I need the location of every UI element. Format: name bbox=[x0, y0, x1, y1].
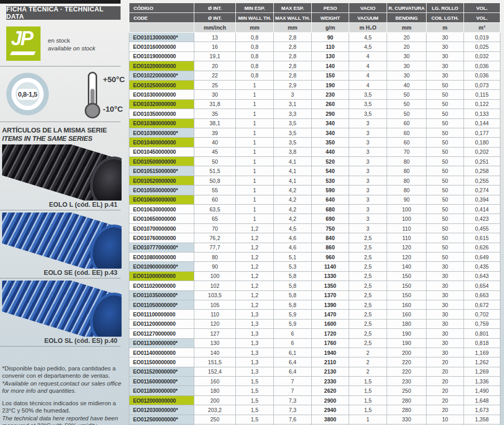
footnote-available-es: *Disponible bajo pedido, para cantidades… bbox=[2, 365, 128, 379]
value-cell: 3 bbox=[349, 214, 387, 223]
value-cell: 151,5 bbox=[194, 357, 236, 367]
value-cell: 1,5 bbox=[236, 415, 274, 424]
value-cell: 60 bbox=[387, 138, 427, 147]
value-cell: 4 bbox=[349, 71, 387, 80]
column-header: WEIGHT bbox=[312, 13, 349, 23]
value-cell: 65 bbox=[194, 214, 236, 223]
series-item-label: EOLO SL (cód. ES) p.40 bbox=[0, 337, 121, 346]
value-cell: 35 bbox=[194, 109, 236, 118]
value-cell: 50 bbox=[427, 233, 464, 243]
value-cell: 2330 bbox=[312, 377, 349, 386]
hose-image-eolo-se bbox=[2, 212, 122, 269]
table-row: EO010777000000*77,71,24,68602,5120500,62… bbox=[129, 243, 500, 252]
value-cell: 1,3 bbox=[236, 319, 274, 328]
table-row: EO012500000000*2501,57,638001330101,358 bbox=[129, 415, 500, 424]
product-code-cell: EO010515000000* bbox=[129, 166, 194, 176]
column-header: LG. ROLLO bbox=[427, 3, 464, 13]
table-row: EO01038000000038,113,5340360500,144 bbox=[129, 118, 500, 128]
series-title-es: ARTÍCULOS DE LA MISMA SERIE bbox=[2, 126, 129, 134]
product-code-cell: EO011100000000 bbox=[129, 310, 194, 319]
value-cell: 25 bbox=[194, 80, 236, 89]
value-cell: 190 bbox=[312, 80, 349, 89]
value-cell: 2,5 bbox=[349, 300, 387, 309]
value-cell: 50 bbox=[427, 147, 464, 156]
value-cell: 2,5 bbox=[349, 310, 387, 319]
product-code-cell: EO010190000000 bbox=[129, 51, 194, 61]
value-cell: 5,9 bbox=[274, 319, 312, 328]
value-cell: 840 bbox=[312, 233, 349, 243]
value-cell: 60 bbox=[387, 128, 427, 137]
value-cell: 5,1 bbox=[274, 252, 312, 261]
value-cell: 3,5 bbox=[274, 128, 312, 137]
value-cell: 3 bbox=[349, 166, 387, 176]
product-code-cell: EO012030000000* bbox=[129, 405, 194, 415]
value-cell: 1,5 bbox=[236, 377, 274, 386]
value-cell: 7,6 bbox=[274, 415, 312, 424]
value-cell: 1 bbox=[236, 109, 274, 118]
value-cell: 1720 bbox=[312, 329, 349, 338]
value-cell: 0,036 bbox=[464, 71, 500, 80]
header-row-es: CÓDIGOØ INT.MIN ESP.MAX ESP.PESOVACIOR. … bbox=[129, 3, 500, 13]
value-cell: 0,180 bbox=[464, 138, 500, 147]
value-cell: 220 bbox=[387, 367, 427, 376]
footnote-conditions-es: Los datos técnicos indicados se midieron… bbox=[2, 400, 128, 414]
value-cell: 2,8 bbox=[274, 71, 312, 80]
table-row: EO0106500000006514,26903100500,423 bbox=[129, 214, 500, 223]
unit-header: m H₂O bbox=[349, 23, 387, 33]
value-cell: 140 bbox=[387, 262, 427, 271]
value-cell: 190 bbox=[387, 338, 427, 348]
value-cell: 0,8 bbox=[236, 51, 274, 61]
value-cell: 1,5 bbox=[349, 395, 387, 405]
product-code-cell: EO012500000000* bbox=[129, 415, 194, 424]
value-cell: 3 bbox=[349, 185, 387, 195]
value-cell: 2110 bbox=[312, 357, 349, 367]
value-cell: 280 bbox=[387, 395, 427, 405]
table-row: EO0112700000001271,3617202,5190300,801 bbox=[129, 329, 500, 338]
jp-logo: JP bbox=[6, 26, 41, 61]
column-header: MIN WALL TH. bbox=[236, 13, 274, 23]
product-code-cell: EO011035000000* bbox=[129, 290, 194, 300]
value-cell: 160 bbox=[387, 310, 427, 319]
table-row: EO011800000000*1801,5726201,5250201,490 bbox=[129, 386, 500, 395]
value-cell: 3 bbox=[349, 157, 387, 166]
product-code-cell: EO010630000000 bbox=[129, 205, 194, 214]
value-cell: 1,169 bbox=[464, 348, 500, 357]
value-cell: 4,1 bbox=[274, 157, 312, 166]
unit-header: m bbox=[427, 23, 464, 33]
value-cell: 0,626 bbox=[464, 243, 500, 252]
value-cell: 20 bbox=[427, 377, 464, 386]
unit-header: mm/inch bbox=[194, 23, 236, 33]
value-cell: 1,2 bbox=[236, 271, 274, 281]
value-cell: 110 bbox=[194, 310, 236, 319]
value-cell: 3 bbox=[349, 128, 387, 137]
value-cell: 2,5 bbox=[349, 329, 387, 338]
value-cell: 38,1 bbox=[194, 118, 236, 128]
value-cell: 0,702 bbox=[464, 310, 500, 319]
table-row: EO010220000000*220,82,8150430300,036 bbox=[129, 71, 500, 80]
value-cell: 2,5 bbox=[349, 281, 387, 290]
value-cell: 20 bbox=[427, 357, 464, 367]
value-cell: 1,269 bbox=[464, 367, 500, 376]
value-cell: 200 bbox=[387, 348, 427, 357]
value-cell: 0,274 bbox=[464, 185, 500, 195]
value-cell: 0,8 bbox=[236, 71, 274, 80]
table-row: EO0104000000004013,5350360500,180 bbox=[129, 138, 500, 147]
value-cell: 1470 bbox=[312, 310, 349, 319]
value-cell: 50 bbox=[427, 128, 464, 137]
value-cell: 130 bbox=[312, 51, 349, 61]
divider bbox=[0, 346, 121, 347]
value-cell: 0,122 bbox=[464, 99, 500, 109]
column-header: BENDING bbox=[387, 13, 427, 23]
value-cell: 77,7 bbox=[194, 243, 236, 252]
value-cell: 0,643 bbox=[464, 271, 500, 281]
unit-header: mm bbox=[236, 23, 274, 33]
value-cell: 0,032 bbox=[464, 51, 500, 61]
unit-header: mm bbox=[274, 23, 312, 33]
value-cell: 55 bbox=[194, 185, 236, 195]
value-cell: 1 bbox=[236, 90, 274, 99]
units-row: mm/inchmmmmg/mm H₂Ommmm³ bbox=[129, 23, 500, 33]
value-cell: 10 bbox=[427, 415, 464, 424]
value-cell: 4,6 bbox=[274, 243, 312, 252]
value-cell: 150 bbox=[312, 71, 349, 80]
product-code-cell: EO010600000000 bbox=[129, 195, 194, 204]
